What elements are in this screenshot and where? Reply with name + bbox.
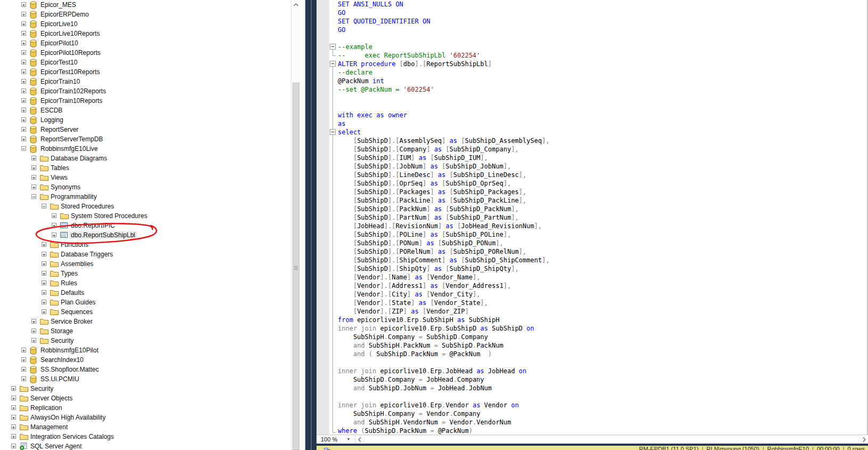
tree-item-alwayson-high-availability[interactable]: +AlwaysOn High Availability <box>0 413 290 422</box>
tree-item-integration-services-catalogs[interactable]: +Integration Services Catalogs <box>0 432 290 441</box>
expand-toggle-icon[interactable]: + <box>31 319 36 324</box>
expand-toggle-icon[interactable]: + <box>11 415 16 420</box>
scrollbar-thumb[interactable] <box>293 83 299 450</box>
expand-toggle-icon[interactable]: + <box>31 184 36 189</box>
scrollbar-up-arrow-icon[interactable] <box>291 0 301 9</box>
tree-item-assemblies[interactable]: +Assemblies <box>0 259 290 269</box>
tree-item-views[interactable]: +Views <box>0 173 290 182</box>
scroll-left-arrow-icon[interactable] <box>355 435 363 444</box>
tree-item-reportservertempdb[interactable]: +ReportServerTempDB <box>0 134 290 144</box>
expand-toggle-icon[interactable]: + <box>21 2 26 7</box>
tree-item-functions[interactable]: +Functions <box>0 240 290 250</box>
tree-item-robbinsmfge10live[interactable]: −RobbinsmfgE10Live <box>0 144 290 154</box>
expand-toggle-icon[interactable]: + <box>42 300 46 304</box>
fold-collapse-toggle-icon[interactable] <box>330 61 336 67</box>
expand-toggle-icon[interactable]: + <box>21 108 26 112</box>
zoom-dropdown-caret-icon[interactable]: ▾ <box>347 435 350 444</box>
tree-item-reportserver[interactable]: +ReportServer <box>0 125 290 134</box>
tree-item-dbo-reportsubshiplbl[interactable]: +dbo.ReportSubShipLbl <box>0 230 290 240</box>
sql-code-area[interactable]: SET ANSI_NULLS ONGOSET QUOTED_IDENTIFIER… <box>317 0 868 435</box>
expand-toggle-icon[interactable]: + <box>52 223 56 228</box>
tree-item-logging[interactable]: +Logging <box>0 115 290 125</box>
expand-toggle-icon[interactable]: + <box>21 41 26 45</box>
editor-zoom-control[interactable]: 100 % ▾ <box>317 435 354 444</box>
expand-toggle-icon[interactable]: + <box>21 98 26 103</box>
tree-item-epicortrain10reports[interactable]: +EpicorTrain10Reports <box>0 96 290 106</box>
expand-toggle-icon[interactable]: + <box>42 252 46 256</box>
tree-item-epicortest10[interactable]: +EpicorTest10 <box>0 58 290 67</box>
expand-toggle-icon[interactable]: + <box>21 79 26 84</box>
tree-item-security[interactable]: +Security <box>0 336 290 345</box>
tree-item-epicortrain10[interactable]: +EpicorTrain10 <box>0 77 290 86</box>
expand-toggle-icon[interactable]: + <box>11 434 16 439</box>
expand-toggle-icon[interactable]: + <box>21 60 26 65</box>
expand-toggle-icon[interactable]: + <box>21 348 26 352</box>
expand-toggle-icon[interactable]: + <box>52 232 56 237</box>
tree-item-storage[interactable]: +Storage <box>0 326 290 336</box>
expand-toggle-icon[interactable]: + <box>42 309 46 314</box>
expand-toggle-icon[interactable]: + <box>31 328 36 333</box>
expand-toggle-icon[interactable]: + <box>11 386 16 391</box>
tree-item-sql-server-agent[interactable]: +SQL Server Agent <box>0 441 290 450</box>
tree-item-tables[interactable]: +Tables <box>0 163 290 173</box>
collapse-toggle-icon[interactable]: − <box>31 194 36 199</box>
expand-toggle-icon[interactable]: + <box>31 338 36 343</box>
expand-toggle-icon[interactable]: + <box>42 280 46 285</box>
expand-toggle-icon[interactable]: + <box>21 89 26 93</box>
expand-toggle-icon[interactable]: + <box>11 405 16 410</box>
tree-item-epicorerpdemo[interactable]: +EpicorERPDemo <box>0 10 290 19</box>
tree-item-server-objects[interactable]: +Server Objects <box>0 393 290 403</box>
collapse-toggle-icon[interactable]: − <box>42 204 46 208</box>
expand-toggle-icon[interactable]: + <box>21 31 26 36</box>
tree-item-programmability[interactable]: −Programmability <box>0 192 290 202</box>
tree-item-dbo-reportipic[interactable]: +dbo.ReportIPIC <box>0 221 290 230</box>
tree-item-epicorlive10[interactable]: +EpicorLive10 <box>0 19 290 29</box>
expand-toggle-icon[interactable]: + <box>21 127 26 132</box>
fold-collapse-toggle-icon[interactable] <box>330 129 336 135</box>
tree-item-management[interactable]: +Management <box>0 422 290 432</box>
expand-toggle-icon[interactable]: + <box>31 165 36 170</box>
tree-item-synonyms[interactable]: +Synonyms <box>0 182 290 192</box>
collapse-toggle-icon[interactable]: − <box>21 146 26 151</box>
tree-item-stored-procedures[interactable]: −Stored Procedures <box>0 202 290 211</box>
expand-toggle-icon[interactable]: + <box>21 50 26 55</box>
tree-item-types[interactable]: +Types <box>0 269 290 278</box>
expand-toggle-icon[interactable]: + <box>42 242 46 247</box>
expand-toggle-icon[interactable]: + <box>21 376 26 381</box>
expand-toggle-icon[interactable]: + <box>21 21 26 26</box>
expand-toggle-icon[interactable]: + <box>11 444 16 448</box>
expand-toggle-icon[interactable]: + <box>42 261 46 266</box>
expand-toggle-icon[interactable]: + <box>31 175 36 180</box>
tree-item-plan-guides[interactable]: +Plan Guides <box>0 298 290 307</box>
horizontal-scrollbar-track[interactable] <box>364 436 859 443</box>
panel-splitter[interactable] <box>304 0 317 450</box>
tree-item-rules[interactable]: +Rules <box>0 278 290 288</box>
horizontal-scrollbar[interactable] <box>355 435 868 444</box>
tree-item-security[interactable]: +Security <box>0 384 290 393</box>
tree-item-searchindex10[interactable]: +SearchIndex10 <box>0 355 290 365</box>
tree-item-sequences[interactable]: +Sequences <box>0 307 290 317</box>
expand-toggle-icon[interactable]: + <box>21 136 26 141</box>
tree-item-epicortest10reports[interactable]: +EpicorTest10Reports <box>0 67 290 77</box>
expand-toggle-icon[interactable]: + <box>11 424 16 429</box>
fold-collapse-toggle-icon[interactable] <box>330 44 336 50</box>
expand-toggle-icon[interactable]: + <box>21 357 26 362</box>
object-explorer-scrollbar[interactable] <box>291 0 300 450</box>
expand-toggle-icon[interactable]: + <box>42 271 46 276</box>
tree-item-replication[interactable]: +Replication <box>0 403 290 413</box>
tree-item-robbinsmfge10pilot[interactable]: +RobbinsmfgE10Pilot <box>0 345 290 355</box>
expand-toggle-icon[interactable]: + <box>21 12 26 17</box>
tree-item-defaults[interactable]: +Defaults <box>0 288 290 298</box>
tree-item-ss-shopfloor-mattec[interactable]: +SS.Shopfloor.Mattec <box>0 365 290 374</box>
tree-item-escdb[interactable]: +ESCDB <box>0 106 290 115</box>
expand-toggle-icon[interactable]: + <box>21 69 26 74</box>
tree-item-database-diagrams[interactable]: +Database Diagrams <box>0 154 290 163</box>
tree-item-epicorpilot10reports[interactable]: +EpicorPilot10Reports <box>0 48 290 58</box>
tree-item-epicorpilot10[interactable]: +EpicorPilot10 <box>0 38 290 48</box>
tree-item-epicor-mes[interactable]: +Epicor_MES <box>0 0 290 10</box>
tree-item-epicortrain102reports[interactable]: +EpicorTrain102Reports <box>0 86 290 96</box>
tree-item-database-triggers[interactable]: +Database Triggers <box>0 250 290 259</box>
expand-toggle-icon[interactable]: + <box>21 117 26 122</box>
expand-toggle-icon[interactable]: + <box>52 213 56 218</box>
tree-item-service-broker[interactable]: +Service Broker <box>0 317 290 326</box>
